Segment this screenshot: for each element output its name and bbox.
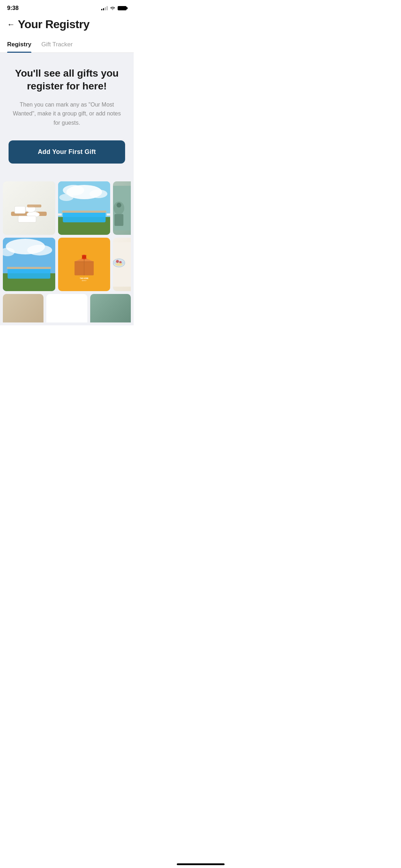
svg-point-38: [116, 260, 119, 263]
pool2-illustration: [3, 238, 55, 291]
svg-rect-12: [63, 212, 106, 222]
status-time: 9:38: [7, 5, 19, 11]
svg-point-40: [115, 263, 123, 265]
grid-row-3: [3, 294, 131, 322]
tabs-container: Registry Gift Tracker: [0, 37, 134, 53]
svg-rect-3: [18, 216, 36, 222]
grid-row-2: THE HOME DEPOT: [3, 238, 131, 291]
back-button[interactable]: ←: [7, 21, 15, 29]
svg-rect-15: [107, 213, 110, 216]
tab-registry[interactable]: Registry: [7, 37, 31, 52]
product-image-bowls[interactable]: [3, 181, 55, 235]
svg-rect-25: [7, 268, 50, 279]
svg-rect-26: [7, 267, 51, 269]
signal-icon: [101, 6, 108, 10]
svg-point-19: [117, 203, 121, 207]
sub-text: Then you can mark any as "Our Most Wante…: [9, 100, 125, 128]
svg-rect-13: [62, 211, 106, 213]
status-icons: [101, 6, 127, 10]
pool-illustration: [58, 181, 110, 235]
mixer-illustration: [113, 181, 131, 235]
wifi-icon: [110, 6, 115, 10]
svg-point-9: [89, 190, 107, 198]
svg-rect-14: [58, 213, 62, 216]
page-title: Your Registry: [18, 18, 89, 31]
product-image-grid: THE HOME DEPOT: [0, 181, 134, 325]
grid-row-1: [3, 181, 131, 235]
svg-point-22: [27, 245, 52, 255]
svg-rect-1: [15, 206, 25, 213]
add-first-gift-button[interactable]: Add Your First Gift: [9, 140, 125, 164]
product-image-food[interactable]: [113, 238, 131, 291]
main-heading: You'll see all gifts you register for he…: [9, 67, 125, 93]
svg-rect-5: [27, 205, 41, 207]
content-section: You'll see all gifts you register for he…: [0, 53, 134, 181]
svg-text:DEPOT: DEPOT: [82, 280, 87, 281]
product-image-couch-partial[interactable]: [3, 294, 43, 322]
svg-rect-18: [114, 214, 123, 226]
bowls-illustration: [7, 190, 50, 226]
food-illustration: [113, 238, 131, 291]
svg-text:THE HOME: THE HOME: [80, 277, 88, 279]
product-image-blank[interactable]: [46, 294, 87, 322]
product-image-mixer2-partial[interactable]: [90, 294, 131, 322]
header: ← Your Registry: [0, 14, 134, 37]
product-image-home-depot[interactable]: THE HOME DEPOT: [58, 238, 110, 291]
back-arrow-icon: ←: [7, 21, 15, 29]
svg-point-10: [59, 194, 73, 201]
battery-icon: [118, 6, 127, 10]
status-bar: 9:38: [0, 0, 134, 14]
product-image-mixer-partial[interactable]: [113, 181, 131, 235]
product-image-pool2[interactable]: [3, 238, 55, 291]
home-depot-illustration: THE HOME DEPOT: [66, 245, 102, 284]
tab-gift-tracker[interactable]: Gift Tracker: [41, 37, 73, 52]
product-image-pool[interactable]: [58, 181, 110, 235]
